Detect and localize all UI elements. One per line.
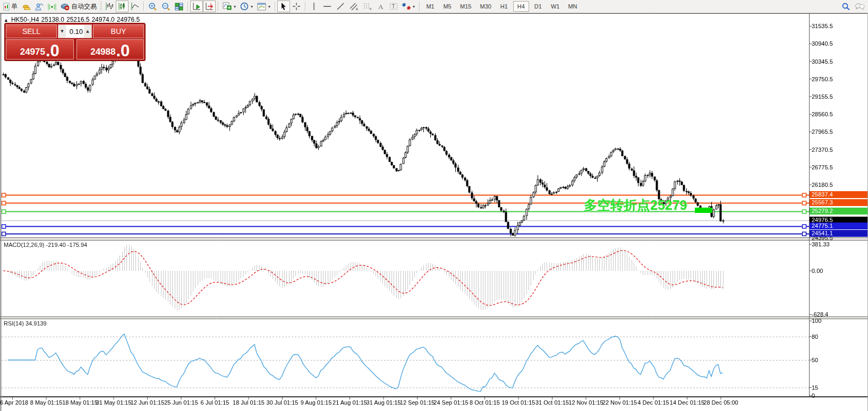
rsi-axis-label: 0 — [812, 392, 815, 399]
templates-button[interactable]: ▾ — [255, 1, 273, 12]
volume-decrease-button[interactable]: ▼ — [58, 25, 66, 38]
x-axis-label: 31 Oct 01:15 — [535, 399, 569, 406]
volume-input[interactable] — [66, 25, 84, 38]
x-axis-label: 30 Jul 01:15 — [267, 399, 299, 406]
arrows-icon — [402, 2, 411, 11]
price-line-label-25279.2: 25279.2 — [810, 208, 867, 215]
vertical-line-button[interactable] — [308, 1, 320, 12]
toolbar-separator — [305, 2, 305, 11]
svg-text:E: E — [356, 7, 358, 11]
autotrading-icon — [61, 3, 70, 11]
auto-scroll-button[interactable] — [190, 1, 203, 12]
candlestick-chart-button[interactable] — [116, 1, 129, 12]
svg-text:T: T — [392, 4, 395, 10]
chart-canvas[interactable] — [0, 13, 868, 411]
arrows-button[interactable]: ▾ — [400, 1, 417, 12]
auto-scroll-icon — [192, 2, 201, 11]
line-chart-button[interactable] — [129, 1, 141, 12]
svg-text:A: A — [378, 3, 384, 11]
x-axis-label: 4 Dec 01:15 — [637, 399, 669, 406]
crosshair-button[interactable] — [290, 1, 303, 12]
dropdown-caret-icon: ▾ — [268, 4, 270, 9]
profile-chart-icon — [35, 3, 44, 11]
x-axis-label: 18 Jul 01:15 — [233, 399, 265, 406]
clock-icon — [240, 2, 249, 11]
search-button[interactable] — [839, 1, 853, 12]
text-label-button[interactable]: T — [387, 1, 400, 12]
x-axis-label: 22 Nov 01:15 — [602, 399, 637, 406]
indicators-button[interactable]: ▾ — [220, 1, 238, 12]
y-axis-label: 31535.5 — [812, 23, 833, 29]
collapse-panel-icon[interactable]: ▲ — [4, 18, 8, 23]
zoom-in-button[interactable] — [146, 1, 159, 12]
timeframe-d1[interactable]: D1 — [530, 1, 546, 12]
trendline-button[interactable] — [334, 1, 347, 12]
macd-values: -219.40 -175.94 — [46, 242, 87, 248]
timeframe-h1[interactable]: H1 — [496, 1, 512, 12]
y-axis-label: 26180.5 — [812, 182, 833, 188]
new-order-button[interactable]: 单 — [1, 1, 20, 12]
fibonacci-button[interactable]: F — [361, 1, 375, 12]
bar-chart-button[interactable] — [103, 1, 116, 12]
market-button[interactable] — [20, 1, 33, 12]
horizontal-line-button[interactable] — [320, 1, 334, 12]
rsi-axis-label: 15 — [812, 384, 818, 391]
add-indicator-icon — [223, 2, 232, 11]
timeframe-m30[interactable]: M30 — [476, 1, 495, 12]
buy-button[interactable]: BUY — [93, 24, 144, 38]
chart-title: ▲HK50-,H425138.025216.524974.024976.5 — [4, 16, 142, 23]
svg-text:F: F — [370, 7, 372, 11]
buy-price[interactable]: 24988.0 — [76, 39, 144, 59]
macd-label: MACD(12,26,9) -219.40 -175.94 — [4, 242, 87, 248]
text-button[interactable]: A — [375, 1, 387, 12]
x-axis-label: 25 Jun 01:15 — [164, 399, 198, 406]
x-axis-label: 31 Aug 01:15 — [367, 399, 401, 406]
volume-stepper: ▼ ▲ — [58, 24, 92, 38]
x-axis-label: 6 Jul 01:15 — [201, 399, 229, 406]
cursor-button[interactable] — [277, 1, 290, 12]
timeframe-m5[interactable]: M5 — [439, 1, 455, 12]
x-axis-label: 24 Sep 01:15 — [433, 399, 468, 406]
community-button[interactable] — [33, 1, 46, 12]
y-axis-label: 27965.5 — [812, 129, 833, 135]
periods-button[interactable]: ▾ — [238, 1, 255, 12]
ohlc-open: 25138.0 — [41, 16, 64, 23]
timeframe-h4[interactable]: H4 — [513, 1, 529, 12]
mt4-window: 单 自动交易 — [0, 0, 868, 411]
sell-button[interactable]: SELL — [6, 24, 57, 38]
toolbar-separator — [143, 2, 144, 11]
channel-icon: E — [349, 2, 359, 11]
timeframe-m15[interactable]: M15 — [456, 1, 475, 12]
new-order-icon — [3, 3, 10, 11]
ohlc-high: 25216.5 — [66, 16, 89, 23]
timeframe-m1[interactable]: M1 — [422, 1, 438, 12]
pivot-annotation[interactable]: 多空转折点25279 — [584, 196, 687, 214]
chart-window: ▲HK50-,H425138.025216.524974.024976.5 SE… — [0, 13, 868, 411]
chat-button[interactable] — [853, 1, 867, 12]
timeframe-mn[interactable]: MN — [564, 1, 581, 12]
tile-windows-button[interactable] — [173, 1, 185, 12]
timeframe-w1[interactable]: W1 — [547, 1, 564, 12]
toolbar-separator — [419, 2, 420, 11]
zoom-in-icon — [148, 2, 157, 11]
equidistant-channel-button[interactable]: E — [347, 1, 361, 12]
trendline-icon — [336, 2, 345, 11]
price-line-label-24775.1: 24775.1 — [810, 222, 867, 229]
chart-shift-button[interactable] — [203, 1, 216, 12]
vertical-line-icon — [311, 2, 317, 11]
price-line-label-24541.1: 24541.1 — [810, 230, 867, 237]
y-axis-label: 28560.5 — [812, 111, 833, 117]
text-label-icon: T — [389, 2, 398, 11]
signals-button[interactable] — [46, 1, 58, 12]
toolbar-gripper — [100, 2, 102, 11]
sell-price[interactable]: 24975.0 — [6, 39, 74, 59]
y-axis-label: 26775.5 — [812, 164, 833, 170]
volume-increase-button[interactable]: ▲ — [84, 25, 91, 38]
autotrading-button[interactable]: 自动交易 — [58, 1, 99, 12]
x-axis-label: 31 May 01:15 — [96, 399, 132, 406]
y-axis-label: 29155.5 — [812, 93, 833, 100]
zoom-out-button[interactable] — [159, 1, 173, 12]
bar-chart-icon — [105, 2, 114, 11]
gold-ingot-icon — [22, 3, 31, 11]
rsi-axis-label: 50 — [812, 357, 818, 363]
